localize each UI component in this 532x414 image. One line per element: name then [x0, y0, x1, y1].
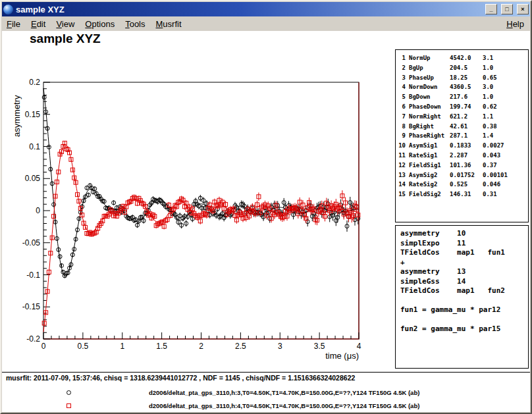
- param-index: 3: [398, 73, 409, 83]
- param-error: 1.0: [483, 63, 528, 73]
- param-index: 4: [398, 82, 409, 92]
- param-name: PhaseUp: [409, 73, 450, 83]
- svg-text:-0.05: -0.05: [22, 238, 41, 247]
- param-row-AsymSig1: 10AsymSig10.18330.0027: [398, 141, 528, 151]
- legend-label: d2006/deltat_pta_gps_3110,h:4,T0=4.50K,T…: [149, 402, 419, 409]
- theory-line: simpleGss 14: [400, 277, 528, 287]
- param-index: 6: [398, 102, 409, 112]
- app-window: sample XYZ _ □ × FileEditViewOptionsTool…: [0, 0, 532, 414]
- plot-area[interactable]: 00.511.522.533.54time (μs)0.20.150.10.05…: [2, 31, 394, 368]
- param-error: 0.31: [483, 190, 528, 199]
- y-axis-label: asymmetry: [12, 95, 22, 137]
- param-value: 204.5: [450, 63, 483, 73]
- param-value: 199.74: [450, 102, 483, 112]
- param-error: 1.1: [483, 112, 528, 122]
- app-icon: [3, 5, 13, 14]
- param-value: 4542.0: [450, 53, 483, 63]
- param-value: 0.525: [450, 180, 483, 190]
- param-value: 146.31: [450, 190, 483, 199]
- fit-curve-1: [43, 145, 359, 332]
- param-name: PhaseDown: [409, 102, 450, 112]
- svg-text:3.5: 3.5: [314, 342, 325, 351]
- canvas-area: sample XYZ 00.511.522.533.54time (μs)0.2…: [2, 31, 530, 412]
- param-value: 621.2: [450, 112, 483, 122]
- menu-item-tools[interactable]: Tools: [125, 19, 145, 29]
- x-axis-label: time (μs): [325, 351, 359, 361]
- menu-bar: FileEditViewOptionsToolsMusrfit Help: [1, 16, 531, 31]
- param-index: 13: [398, 170, 409, 180]
- svg-text:1: 1: [120, 342, 124, 351]
- maximize-button[interactable]: □: [501, 4, 513, 14]
- menu-item-edit[interactable]: Edit: [31, 19, 45, 29]
- svg-text:0: 0: [41, 342, 46, 351]
- param-error: 3.1: [483, 53, 528, 63]
- param-name: BgUp: [409, 63, 450, 73]
- param-name: AsymSig2: [409, 170, 450, 180]
- legend-marker-circle-icon: [66, 390, 71, 395]
- data-series-1: [42, 141, 360, 325]
- x-axis: 00.511.522.533.54time (μs): [41, 332, 361, 361]
- theory-line: fun2 = gamma_mu * par15: [400, 324, 528, 334]
- svg-text:2: 2: [199, 342, 203, 351]
- menu-right-group: Help: [506, 19, 525, 29]
- param-row-BgRight: 8BgRight42.610.38: [398, 122, 528, 132]
- param-error: 0.0027: [483, 141, 528, 151]
- fit-status-line: musrfit: 2011-07-09, 15:37:46, chisq = 1…: [6, 374, 355, 382]
- menu-item-view[interactable]: View: [56, 19, 74, 29]
- param-error: 0.00101: [483, 170, 528, 180]
- minimize-button[interactable]: _: [485, 4, 497, 14]
- legend-marker-square-icon: [66, 403, 71, 408]
- param-error: 0.65: [483, 73, 528, 83]
- legend-entry: d2006/deltat_pta_gps_3110,h:4,T0=4.50K,T…: [2, 401, 530, 409]
- data-series-0: [42, 95, 360, 278]
- param-name: BgRight: [409, 122, 450, 132]
- svg-text:0.1: 0.1: [29, 142, 40, 151]
- param-name: BgDown: [409, 92, 450, 102]
- theory-line: TFieldCos map1 fun1: [400, 248, 528, 258]
- svg-text:3: 3: [278, 342, 282, 351]
- title-bar[interactable]: sample XYZ _ □ ×: [2, 2, 530, 16]
- svg-text:0.05: 0.05: [25, 174, 41, 183]
- theory-line: simplExpo 11: [400, 239, 528, 249]
- fit-curve-0: [43, 88, 359, 276]
- param-index: 2: [398, 63, 409, 73]
- param-name: PhaseRight: [409, 131, 450, 141]
- param-row-RateSig2: 14RateSig20.5250.046: [398, 180, 528, 190]
- menu-item-options[interactable]: Options: [85, 19, 115, 29]
- param-name: RateSig2: [409, 180, 450, 190]
- legend-label: d2006/deltat_pta_gps_3110,h:3,T0=4.50K,T…: [149, 389, 419, 396]
- menu-left-group: FileEditViewOptionsToolsMusrfit: [7, 19, 192, 29]
- svg-text:2.5: 2.5: [235, 342, 246, 351]
- theory-line: asymmetry 10: [400, 229, 528, 239]
- param-row-PhaseRight: 9PhaseRight287.11.4: [398, 131, 528, 141]
- svg-text:0: 0: [36, 206, 40, 215]
- param-index: 11: [398, 151, 409, 161]
- svg-text:4: 4: [357, 342, 361, 351]
- theory-line: asymmetry 13: [400, 267, 528, 277]
- param-row-FieldSig1: 12FieldSig1101.360.37: [398, 161, 528, 170]
- param-index: 12: [398, 161, 409, 170]
- menu-item-help[interactable]: Help: [506, 19, 524, 29]
- param-name: FieldSig2: [409, 190, 450, 199]
- param-index: 8: [398, 122, 409, 132]
- param-name: AsymSig1: [409, 141, 450, 151]
- param-value: 287.1: [450, 131, 483, 141]
- y-axis: 0.20.150.10.050-0.05-0.1-0.15-0.2asymmet…: [12, 78, 50, 344]
- param-value: 4360.5: [450, 82, 483, 92]
- param-error: 0.043: [483, 151, 528, 161]
- param-row-BgUp: 2BgUp204.51.0: [398, 63, 528, 73]
- param-error: 0.62: [483, 102, 528, 112]
- param-value: 217.6: [450, 92, 483, 102]
- param-value: 0.01752: [450, 170, 483, 180]
- theory-line: [400, 296, 528, 306]
- param-name: FieldSig1: [409, 161, 450, 170]
- menu-item-musrfit[interactable]: Musrfit: [156, 19, 182, 29]
- menu-item-file[interactable]: File: [7, 19, 20, 29]
- param-name: NormDown: [409, 82, 450, 92]
- svg-text:-0.1: -0.1: [26, 271, 40, 280]
- footer-divider: [2, 372, 530, 373]
- svg-text:0.15: 0.15: [25, 110, 41, 119]
- theory-line: [400, 315, 528, 325]
- window-title: sample XYZ: [16, 5, 481, 14]
- close-button[interactable]: ×: [517, 4, 529, 14]
